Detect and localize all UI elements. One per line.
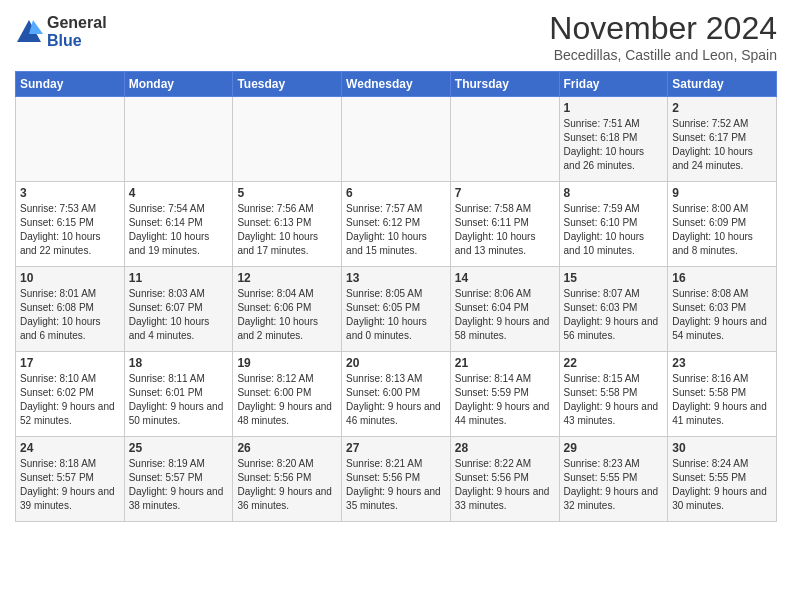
location-text: Becedillas, Castille and Leon, Spain — [549, 47, 777, 63]
logo-general-text: General — [47, 14, 107, 32]
day-cell — [233, 97, 342, 182]
day-number: 15 — [564, 271, 664, 285]
day-cell: 19Sunrise: 8:12 AM Sunset: 6:00 PM Dayli… — [233, 352, 342, 437]
day-number: 23 — [672, 356, 772, 370]
day-info: Sunrise: 8:21 AM Sunset: 5:56 PM Dayligh… — [346, 457, 446, 513]
week-row-5: 24Sunrise: 8:18 AM Sunset: 5:57 PM Dayli… — [16, 437, 777, 522]
day-cell: 25Sunrise: 8:19 AM Sunset: 5:57 PM Dayli… — [124, 437, 233, 522]
header-row: SundayMondayTuesdayWednesdayThursdayFrid… — [16, 72, 777, 97]
week-row-2: 3Sunrise: 7:53 AM Sunset: 6:15 PM Daylig… — [16, 182, 777, 267]
day-cell — [124, 97, 233, 182]
day-cell: 15Sunrise: 8:07 AM Sunset: 6:03 PM Dayli… — [559, 267, 668, 352]
month-title: November 2024 — [549, 10, 777, 47]
day-number: 20 — [346, 356, 446, 370]
day-cell: 28Sunrise: 8:22 AM Sunset: 5:56 PM Dayli… — [450, 437, 559, 522]
day-info: Sunrise: 7:59 AM Sunset: 6:10 PM Dayligh… — [564, 202, 664, 258]
logo-blue-text: Blue — [47, 32, 107, 50]
day-cell: 3Sunrise: 7:53 AM Sunset: 6:15 PM Daylig… — [16, 182, 125, 267]
day-number: 17 — [20, 356, 120, 370]
day-cell: 13Sunrise: 8:05 AM Sunset: 6:05 PM Dayli… — [342, 267, 451, 352]
day-number: 26 — [237, 441, 337, 455]
day-cell: 4Sunrise: 7:54 AM Sunset: 6:14 PM Daylig… — [124, 182, 233, 267]
day-cell: 23Sunrise: 8:16 AM Sunset: 5:58 PM Dayli… — [668, 352, 777, 437]
day-number: 21 — [455, 356, 555, 370]
day-number: 18 — [129, 356, 229, 370]
logo-icon — [15, 18, 43, 46]
day-cell — [450, 97, 559, 182]
day-info: Sunrise: 8:00 AM Sunset: 6:09 PM Dayligh… — [672, 202, 772, 258]
day-cell: 6Sunrise: 7:57 AM Sunset: 6:12 PM Daylig… — [342, 182, 451, 267]
day-cell: 22Sunrise: 8:15 AM Sunset: 5:58 PM Dayli… — [559, 352, 668, 437]
header-cell-sunday: Sunday — [16, 72, 125, 97]
day-info: Sunrise: 8:15 AM Sunset: 5:58 PM Dayligh… — [564, 372, 664, 428]
logo-text: General Blue — [47, 14, 107, 49]
day-cell: 11Sunrise: 8:03 AM Sunset: 6:07 PM Dayli… — [124, 267, 233, 352]
svg-marker-1 — [29, 20, 43, 34]
day-cell — [342, 97, 451, 182]
day-cell: 16Sunrise: 8:08 AM Sunset: 6:03 PM Dayli… — [668, 267, 777, 352]
day-cell: 21Sunrise: 8:14 AM Sunset: 5:59 PM Dayli… — [450, 352, 559, 437]
day-number: 22 — [564, 356, 664, 370]
day-info: Sunrise: 8:18 AM Sunset: 5:57 PM Dayligh… — [20, 457, 120, 513]
day-number: 7 — [455, 186, 555, 200]
day-number: 27 — [346, 441, 446, 455]
day-info: Sunrise: 8:10 AM Sunset: 6:02 PM Dayligh… — [20, 372, 120, 428]
week-row-3: 10Sunrise: 8:01 AM Sunset: 6:08 PM Dayli… — [16, 267, 777, 352]
day-number: 3 — [20, 186, 120, 200]
day-info: Sunrise: 8:16 AM Sunset: 5:58 PM Dayligh… — [672, 372, 772, 428]
day-info: Sunrise: 8:12 AM Sunset: 6:00 PM Dayligh… — [237, 372, 337, 428]
day-info: Sunrise: 7:53 AM Sunset: 6:15 PM Dayligh… — [20, 202, 120, 258]
day-cell: 9Sunrise: 8:00 AM Sunset: 6:09 PM Daylig… — [668, 182, 777, 267]
day-info: Sunrise: 8:13 AM Sunset: 6:00 PM Dayligh… — [346, 372, 446, 428]
day-number: 30 — [672, 441, 772, 455]
calendar-table: SundayMondayTuesdayWednesdayThursdayFrid… — [15, 71, 777, 522]
day-cell: 20Sunrise: 8:13 AM Sunset: 6:00 PM Dayli… — [342, 352, 451, 437]
day-number: 8 — [564, 186, 664, 200]
day-info: Sunrise: 8:05 AM Sunset: 6:05 PM Dayligh… — [346, 287, 446, 343]
day-cell: 26Sunrise: 8:20 AM Sunset: 5:56 PM Dayli… — [233, 437, 342, 522]
day-number: 19 — [237, 356, 337, 370]
day-info: Sunrise: 7:51 AM Sunset: 6:18 PM Dayligh… — [564, 117, 664, 173]
day-cell: 24Sunrise: 8:18 AM Sunset: 5:57 PM Dayli… — [16, 437, 125, 522]
day-info: Sunrise: 8:23 AM Sunset: 5:55 PM Dayligh… — [564, 457, 664, 513]
day-info: Sunrise: 8:07 AM Sunset: 6:03 PM Dayligh… — [564, 287, 664, 343]
day-number: 29 — [564, 441, 664, 455]
day-cell: 7Sunrise: 7:58 AM Sunset: 6:11 PM Daylig… — [450, 182, 559, 267]
day-number: 28 — [455, 441, 555, 455]
day-cell: 30Sunrise: 8:24 AM Sunset: 5:55 PM Dayli… — [668, 437, 777, 522]
header-cell-saturday: Saturday — [668, 72, 777, 97]
day-number: 9 — [672, 186, 772, 200]
header-cell-friday: Friday — [559, 72, 668, 97]
day-number: 2 — [672, 101, 772, 115]
day-info: Sunrise: 8:22 AM Sunset: 5:56 PM Dayligh… — [455, 457, 555, 513]
day-info: Sunrise: 8:03 AM Sunset: 6:07 PM Dayligh… — [129, 287, 229, 343]
calendar-header: SundayMondayTuesdayWednesdayThursdayFrid… — [16, 72, 777, 97]
day-number: 1 — [564, 101, 664, 115]
day-number: 24 — [20, 441, 120, 455]
day-info: Sunrise: 8:08 AM Sunset: 6:03 PM Dayligh… — [672, 287, 772, 343]
day-number: 4 — [129, 186, 229, 200]
header-cell-monday: Monday — [124, 72, 233, 97]
day-info: Sunrise: 8:11 AM Sunset: 6:01 PM Dayligh… — [129, 372, 229, 428]
day-info: Sunrise: 8:04 AM Sunset: 6:06 PM Dayligh… — [237, 287, 337, 343]
day-info: Sunrise: 7:56 AM Sunset: 6:13 PM Dayligh… — [237, 202, 337, 258]
day-cell: 2Sunrise: 7:52 AM Sunset: 6:17 PM Daylig… — [668, 97, 777, 182]
day-info: Sunrise: 7:54 AM Sunset: 6:14 PM Dayligh… — [129, 202, 229, 258]
day-info: Sunrise: 8:14 AM Sunset: 5:59 PM Dayligh… — [455, 372, 555, 428]
day-cell: 14Sunrise: 8:06 AM Sunset: 6:04 PM Dayli… — [450, 267, 559, 352]
header-cell-wednesday: Wednesday — [342, 72, 451, 97]
day-number: 14 — [455, 271, 555, 285]
day-number: 25 — [129, 441, 229, 455]
day-cell: 8Sunrise: 7:59 AM Sunset: 6:10 PM Daylig… — [559, 182, 668, 267]
day-info: Sunrise: 8:06 AM Sunset: 6:04 PM Dayligh… — [455, 287, 555, 343]
day-cell: 12Sunrise: 8:04 AM Sunset: 6:06 PM Dayli… — [233, 267, 342, 352]
day-number: 11 — [129, 271, 229, 285]
day-cell — [16, 97, 125, 182]
page-header: General Blue November 2024 Becedillas, C… — [15, 10, 777, 63]
day-info: Sunrise: 8:01 AM Sunset: 6:08 PM Dayligh… — [20, 287, 120, 343]
header-cell-thursday: Thursday — [450, 72, 559, 97]
day-info: Sunrise: 7:57 AM Sunset: 6:12 PM Dayligh… — [346, 202, 446, 258]
day-cell: 27Sunrise: 8:21 AM Sunset: 5:56 PM Dayli… — [342, 437, 451, 522]
day-info: Sunrise: 8:24 AM Sunset: 5:55 PM Dayligh… — [672, 457, 772, 513]
week-row-1: 1Sunrise: 7:51 AM Sunset: 6:18 PM Daylig… — [16, 97, 777, 182]
